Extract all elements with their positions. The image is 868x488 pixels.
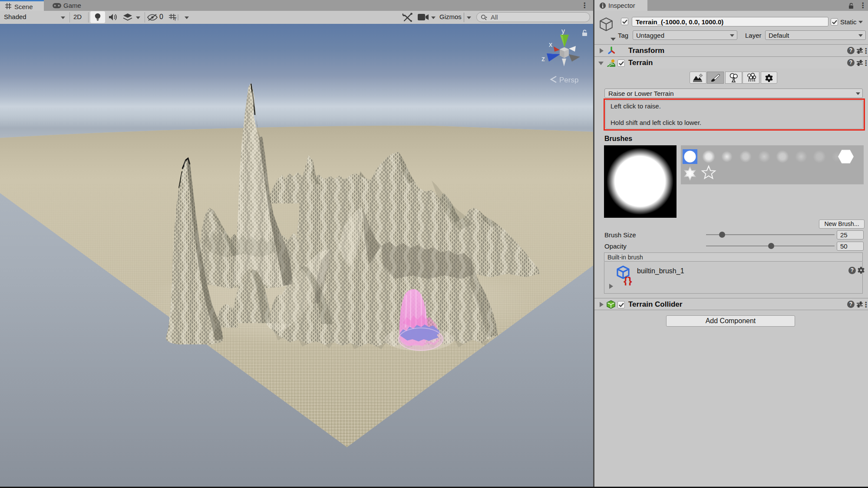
svg-text:x: x bbox=[549, 41, 552, 48]
svg-text:Y: Y bbox=[174, 17, 177, 21]
svg-text:z: z bbox=[541, 55, 545, 62]
svg-text:y: y bbox=[561, 27, 565, 35]
svg-text:{}: {} bbox=[624, 275, 632, 285]
svg-text:Persp: Persp bbox=[559, 76, 578, 84]
